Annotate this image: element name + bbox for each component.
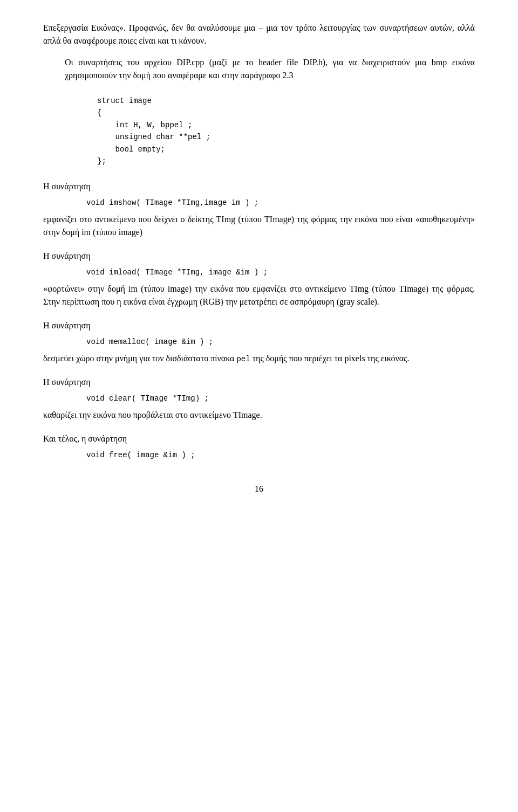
page-content: Επεξεργασία Εικόνας». Προφανώς, δεν θα α… [43,22,475,496]
imshow-heading: Η συνάρτηση [43,180,475,193]
intro-paragraph: Επεξεργασία Εικόνας». Προφανώς, δεν θα α… [43,22,475,47]
memalloc-heading: Η συνάρτηση [43,319,475,332]
section-imshow: Η συνάρτηση void imshow( TImage *TImg,im… [43,180,475,239]
memalloc-inline-code: pel [236,355,250,363]
section-free: Και τέλος, η συνάρτηση void free( image … [43,432,475,461]
clear-signature: void clear( TImage *TImg) ; [86,393,475,404]
paragraph-1: Οι συναρτήσεις του αρχείου DIP.cpp (μαζί… [65,56,475,82]
imload-signature: void imload( TImage *TImg, image &im ) ; [86,267,475,278]
memalloc-description: δεσμεύει χώρο στην μνήμη για τον δισδιάσ… [43,352,475,365]
clear-description: καθαρίζει την εικόνα που προβάλεται στο … [43,409,475,422]
clear-heading: Η συνάρτηση [43,376,475,389]
section-memalloc: Η συνάρτηση void memalloc( image &im ) ;… [43,319,475,365]
section-imload: Η συνάρτηση void imload( TImage *TImg, i… [43,250,475,308]
struct-code: struct image { int H, W, bppel ; unsigne… [97,95,475,167]
page-number: 16 [43,483,475,496]
memalloc-desc-post: της δομής που περιέχει τα pixels της εικ… [250,354,410,363]
free-heading: Και τέλος, η συνάρτηση [43,432,475,445]
imshow-signature: void imshow( TImage *TImg,image im ) ; [86,197,475,209]
free-signature: void free( image &im ) ; [86,450,475,461]
section-clear: Η συνάρτηση void clear( TImage *TImg) ; … [43,376,475,422]
memalloc-signature: void memalloc( image &im ) ; [86,336,475,348]
imload-heading: Η συνάρτηση [43,250,475,263]
imload-description-1: «φορτώνει» στην δομή im (τύπου image) τη… [43,283,475,308]
struct-code-block: struct image { int H, W, bppel ; unsigne… [65,95,475,167]
memalloc-desc-pre: δεσμεύει χώρο στην μνήμη για τον δισδιάσ… [43,354,236,363]
imshow-description: εμφανίζει στο αντικείμενο που δείχνει ο … [43,213,475,239]
